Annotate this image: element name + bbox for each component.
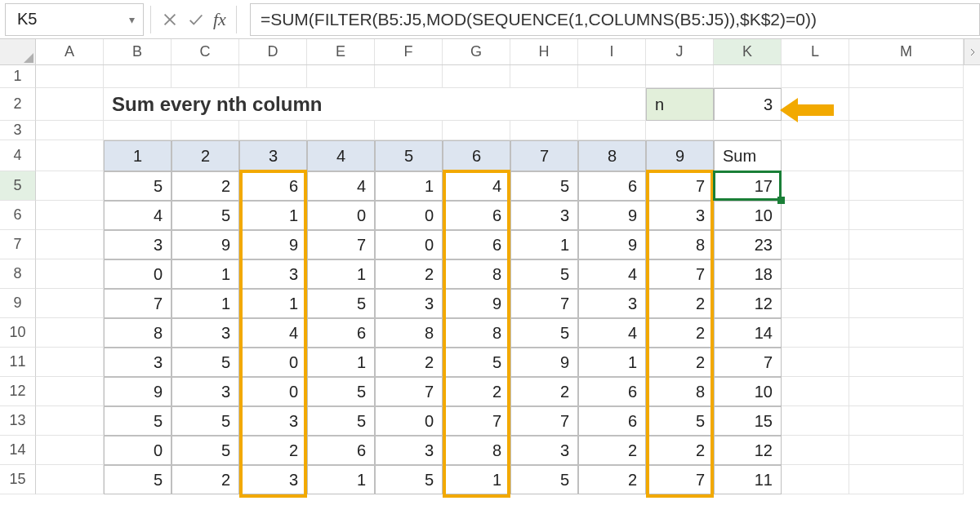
cell-F3[interactable] xyxy=(375,121,443,140)
cell-A10[interactable] xyxy=(36,318,104,348)
cell-K1[interactable] xyxy=(714,65,782,88)
row-header-2[interactable]: 2 xyxy=(0,88,36,121)
cell-J15[interactable]: 7 xyxy=(646,465,714,494)
cell-A7[interactable] xyxy=(36,230,104,259)
confirm-icon[interactable] xyxy=(187,11,205,29)
row-header-14[interactable]: 14 xyxy=(0,436,36,465)
cell-A6[interactable] xyxy=(36,201,104,230)
cell-G13[interactable]: 7 xyxy=(443,406,510,436)
cell-I6[interactable]: 9 xyxy=(578,201,646,230)
cell-D15[interactable]: 3 xyxy=(239,465,307,494)
cell-I13[interactable]: 6 xyxy=(578,406,646,436)
cell-I12[interactable]: 6 xyxy=(578,377,646,406)
cell-F1[interactable] xyxy=(375,65,443,88)
cell-J9[interactable]: 2 xyxy=(646,289,714,318)
cell-D5[interactable]: 6 xyxy=(239,171,307,201)
cell-H15[interactable]: 5 xyxy=(510,465,578,494)
cell-H7[interactable]: 1 xyxy=(510,230,578,259)
row-header-5[interactable]: 5 xyxy=(0,171,36,201)
cell-K14[interactable]: 12 xyxy=(714,436,782,465)
cell-H8[interactable]: 5 xyxy=(510,259,578,289)
cell-A5[interactable] xyxy=(36,171,104,201)
cell-I10[interactable]: 4 xyxy=(578,318,646,348)
cell-A11[interactable] xyxy=(36,348,104,377)
cell-H11[interactable]: 9 xyxy=(510,348,578,377)
cell-K13[interactable]: 15 xyxy=(714,406,782,436)
row-header-8[interactable]: 8 xyxy=(0,259,36,289)
cell-B3[interactable] xyxy=(104,121,172,140)
cell-J13[interactable]: 5 xyxy=(646,406,714,436)
cell-D7[interactable]: 9 xyxy=(239,230,307,259)
col-header-G[interactable]: G xyxy=(443,39,510,64)
cell-H6[interactable]: 3 xyxy=(510,201,578,230)
cell-C14[interactable]: 5 xyxy=(172,436,239,465)
cell-M13[interactable] xyxy=(849,406,964,436)
dh-6[interactable]: 6 xyxy=(443,140,510,171)
col-header-E[interactable]: E xyxy=(307,39,375,64)
cell-G1[interactable] xyxy=(443,65,510,88)
cell-C11[interactable]: 5 xyxy=(172,348,239,377)
cell-J5[interactable]: 7 xyxy=(646,171,714,201)
cell-C12[interactable]: 3 xyxy=(172,377,239,406)
cell-J11[interactable]: 2 xyxy=(646,348,714,377)
cell-A2[interactable] xyxy=(36,88,104,121)
cell-D11[interactable]: 0 xyxy=(239,348,307,377)
cell-M8[interactable] xyxy=(849,259,964,289)
cell-M6[interactable] xyxy=(849,201,964,230)
cell-D14[interactable]: 2 xyxy=(239,436,307,465)
cell-D9[interactable]: 1 xyxy=(239,289,307,318)
cell-L11[interactable] xyxy=(782,348,849,377)
cell-C5[interactable]: 2 xyxy=(172,171,239,201)
cell-M1[interactable] xyxy=(849,65,964,88)
n-value-cell[interactable]: 3 xyxy=(714,88,782,121)
cell-C6[interactable]: 5 xyxy=(172,201,239,230)
cell-E12[interactable]: 5 xyxy=(307,377,375,406)
cell-E15[interactable]: 1 xyxy=(307,465,375,494)
chevron-down-icon[interactable]: ▾ xyxy=(129,13,135,26)
cell-A3[interactable] xyxy=(36,121,104,140)
cell-H14[interactable]: 3 xyxy=(510,436,578,465)
cell-L8[interactable] xyxy=(782,259,849,289)
dh-2[interactable]: 2 xyxy=(172,140,239,171)
cell-J8[interactable]: 7 xyxy=(646,259,714,289)
cell-G7[interactable]: 6 xyxy=(443,230,510,259)
cell-B9[interactable]: 7 xyxy=(104,289,172,318)
cell-F14[interactable]: 3 xyxy=(375,436,443,465)
cell-M7[interactable] xyxy=(849,230,964,259)
cell-E14[interactable]: 6 xyxy=(307,436,375,465)
cell-J7[interactable]: 8 xyxy=(646,230,714,259)
cell-M15[interactable] xyxy=(849,465,964,494)
cell-K6[interactable]: 10 xyxy=(714,201,782,230)
col-header-D[interactable]: D xyxy=(239,39,307,64)
cell-C8[interactable]: 1 xyxy=(172,259,239,289)
cell-L4[interactable] xyxy=(782,140,849,171)
cell-A14[interactable] xyxy=(36,436,104,465)
cell-B8[interactable]: 0 xyxy=(104,259,172,289)
cell-L14[interactable] xyxy=(782,436,849,465)
cell-A13[interactable] xyxy=(36,406,104,436)
cell-K12[interactable]: 10 xyxy=(714,377,782,406)
cell-E1[interactable] xyxy=(307,65,375,88)
cell-A8[interactable] xyxy=(36,259,104,289)
cell-D6[interactable]: 1 xyxy=(239,201,307,230)
cell-F7[interactable]: 0 xyxy=(375,230,443,259)
cell-E5[interactable]: 4 xyxy=(307,171,375,201)
cell-F12[interactable]: 7 xyxy=(375,377,443,406)
cancel-icon[interactable] xyxy=(161,11,179,29)
cell-K7[interactable]: 23 xyxy=(714,230,782,259)
cell-M10[interactable] xyxy=(849,318,964,348)
cell-I5[interactable]: 6 xyxy=(578,171,646,201)
row-header-4[interactable]: 4 xyxy=(0,140,36,171)
page-title[interactable]: Sum every nth column xyxy=(104,88,646,121)
cell-M11[interactable] xyxy=(849,348,964,377)
row-header-1[interactable]: 1 xyxy=(0,65,36,88)
cell-L13[interactable] xyxy=(782,406,849,436)
cell-A1[interactable] xyxy=(36,65,104,88)
cell-G15[interactable]: 1 xyxy=(443,465,510,494)
cell-I7[interactable]: 9 xyxy=(578,230,646,259)
cell-G14[interactable]: 8 xyxy=(443,436,510,465)
cell-L1[interactable] xyxy=(782,65,849,88)
cell-C9[interactable]: 1 xyxy=(172,289,239,318)
cell-K15[interactable]: 11 xyxy=(714,465,782,494)
cell-J6[interactable]: 3 xyxy=(646,201,714,230)
